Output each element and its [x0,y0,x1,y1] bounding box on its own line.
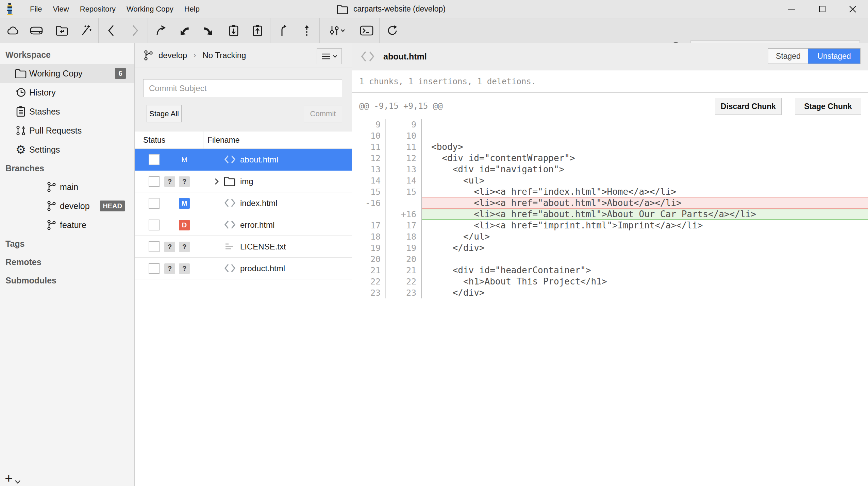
sidebar-item-working-copy[interactable]: Working Copy 6 [0,64,134,83]
stage-checkbox[interactable] [149,176,160,187]
diff-options-button[interactable] [320,18,353,43]
forward-icon [131,24,139,37]
sidebar-section-submodules[interactable]: Submodules [0,271,134,290]
git-branch-icon [46,201,57,211]
quick-launch-button[interactable] [74,18,98,43]
expand-chevron-icon[interactable] [214,177,220,186]
file-row-license[interactable]: ? ? LICENSE.txt [135,236,352,258]
sidebar-item-settings[interactable]: ⚙ Settings [0,140,134,159]
menu-help[interactable]: Help [179,0,205,18]
branch-options-button[interactable] [317,48,342,64]
sidebar-item-stashes[interactable]: Stashes [0,102,134,121]
back-button[interactable] [99,18,123,43]
push-icon [202,24,214,37]
chevron-down-icon [15,480,21,484]
stage-all-button[interactable]: Stage All [147,105,182,122]
sidebar-item-pull-requests[interactable]: Pull Requests [0,121,134,140]
clone-cloud-button[interactable] [1,18,24,43]
sidebar-item-label: Stashes [29,107,60,117]
status-badge-untracked: ? [179,242,190,252]
sidebar: Workspace Working Copy 6 History Stashes… [0,43,135,486]
file-name: img [240,171,253,192]
sidebar-branch-feature[interactable]: feature [0,215,134,235]
diff-line: 1818 </ul> [352,231,868,242]
stage-checkbox[interactable] [149,154,160,165]
sidebar-section-remotes[interactable]: Remotes [0,253,134,271]
filename-column-header[interactable]: Filename [207,132,240,149]
diff-line: 2020 [352,254,868,265]
maximize-icon [819,6,825,12]
commit-panel: develop › No Tracking Stage All Commit S… [135,43,352,486]
menu-view[interactable]: View [47,0,74,18]
git-branch-icon [46,220,57,230]
commit-subject-input[interactable] [143,79,342,97]
merge-button[interactable] [271,18,295,43]
status-badge-untracked: ? [179,263,190,274]
staged-tab[interactable]: Staged [768,49,808,64]
menu-repository[interactable]: Repository [74,0,121,18]
back-icon [107,24,115,37]
stage-checkbox[interactable] [149,220,160,230]
minimize-button[interactable] [776,0,807,18]
stash-icon [228,24,240,37]
refresh-button[interactable] [380,18,404,43]
app-logo-icon [5,3,14,16]
sidebar-item-history[interactable]: History [0,83,134,102]
rebase-button[interactable] [295,18,319,43]
diff-line-removed: -16 <li><a href="about.html">About</a></… [352,197,868,209]
text-file-icon [224,242,235,251]
stash-button[interactable] [222,18,246,43]
sidebar-section-workspace: Workspace [0,46,134,64]
file-row-img[interactable]: ? ? img [135,171,352,192]
branch-row: develop › No Tracking [135,43,352,68]
code-file-icon [224,263,236,273]
diff-line: 2121 <div id="headerContainer"> [352,265,868,276]
stage-checkbox[interactable] [149,263,160,274]
file-row-index[interactable]: M index.html [135,192,352,214]
file-row-error[interactable]: D error.html [135,214,352,236]
terminal-button[interactable] [355,18,379,43]
discard-chunk-button[interactable]: Discard Chunk [715,98,782,115]
fetch-button[interactable] [149,18,172,43]
sidebar-item-label: Working Copy [29,69,83,79]
close-button[interactable] [837,0,868,18]
forward-button[interactable] [123,18,147,43]
gear-icon: ⚙ [15,144,27,155]
branch-label: develop [60,201,90,211]
sidebar-branch-develop[interactable]: develop HEAD [0,196,134,215]
add-repository-button[interactable]: + [5,472,21,484]
file-name: product.html [240,258,285,279]
stage-checkbox[interactable] [149,241,160,252]
open-repo-button[interactable] [50,18,74,43]
menu-file[interactable]: File [24,0,47,18]
diff-line: 1919 </div> [352,242,868,254]
file-name: index.html [240,192,277,214]
sidebar-item-label: Pull Requests [29,126,82,136]
diff-summary-text: 1 chunks, 1 insertions, 1 deletions. [359,77,536,86]
status-badge-untracked: ? [164,263,175,274]
sidebar-section-tags[interactable]: Tags [0,235,134,253]
push-button[interactable] [196,18,220,43]
sidebar-branch-main[interactable]: main [0,177,134,196]
stage-checkbox[interactable] [149,198,160,209]
maximize-button[interactable] [807,0,837,18]
pull-button[interactable] [172,18,196,43]
file-row-about[interactable]: M about.html [135,149,352,171]
diff-line: 1313 <div id="navigation"> [352,164,868,175]
status-column-header[interactable]: Status [143,132,165,149]
history-icon [15,87,27,98]
sidebar-section-branches[interactable]: Branches [0,159,134,177]
menu-working-copy[interactable]: Working Copy [121,0,179,18]
branch-label: feature [60,220,86,230]
hamburger-icon [321,53,330,60]
stage-chunk-button[interactable]: Stage Chunk [795,98,861,115]
commit-button[interactable]: Commit [304,105,342,122]
code-file-icon [224,155,236,164]
unstaged-tab[interactable]: Unstaged [808,49,860,64]
drive-icon [30,25,43,36]
file-row-product[interactable]: ? ? product.html [135,258,352,279]
chunk-header-row: @@ -9,15 +9,15 @@ Discard Chunk Stage Ch… [352,93,868,119]
pop-stash-button[interactable] [246,18,269,43]
local-repos-button[interactable] [24,18,48,43]
file-name: about.html [240,149,278,170]
